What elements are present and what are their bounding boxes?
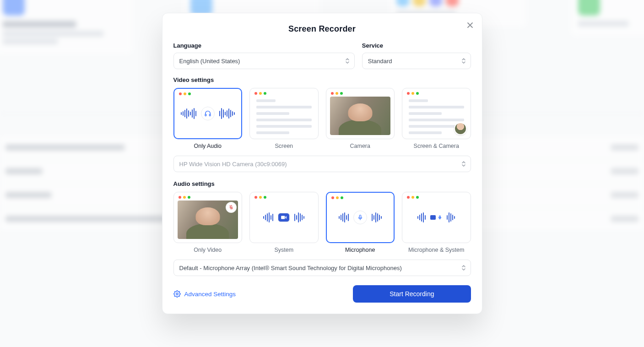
video-option-screen[interactable]: Screen: [249, 88, 319, 149]
video-option-caption: Camera: [326, 143, 395, 149]
person-photo: [330, 97, 391, 135]
video-option-camera[interactable]: Camera: [326, 88, 395, 149]
video-option-caption: Screen: [249, 143, 319, 149]
video-option-only-audio[interactable]: Only Audio: [173, 88, 243, 149]
advanced-settings-label: Advanced Settings: [184, 291, 236, 298]
service-value: Standard: [368, 58, 392, 65]
video-options: Only Audio Screen Camera: [173, 88, 471, 149]
close-icon: [467, 22, 473, 28]
window-dots-icon: [254, 196, 266, 199]
language-select[interactable]: English (United States): [173, 53, 355, 69]
video-option-screen-camera[interactable]: Screen & Camera: [402, 88, 471, 149]
updown-icon: [461, 161, 466, 167]
updown-icon: [461, 265, 466, 271]
video-icon: [278, 213, 290, 222]
language-label: Language: [173, 42, 355, 49]
video-option-caption: Screen & Camera: [402, 143, 471, 149]
window-dots-icon: [407, 196, 419, 199]
camera-thumbnail: [454, 122, 467, 135]
audio-option-only-video[interactable]: Only Video: [173, 192, 243, 253]
video-icon: [430, 215, 436, 220]
updown-icon: [461, 58, 466, 64]
modal-title: Screen Recorder: [173, 24, 471, 34]
advanced-settings-link[interactable]: Advanced Settings: [173, 290, 236, 298]
mic-muted-icon: [226, 202, 236, 212]
mic-device-value: Default - Microphone Array (Intel® Smart…: [179, 265, 402, 271]
audio-option-mic-system[interactable]: Microphone & System: [402, 192, 471, 253]
camera-device-select[interactable]: HP Wide Vision HD Camera (30c9:0069): [173, 156, 471, 172]
service-label: Service: [362, 42, 471, 49]
window-dots-icon: [331, 196, 343, 199]
window-dots-icon: [407, 92, 419, 95]
audio-option-caption: System: [249, 247, 319, 253]
audio-option-system[interactable]: System: [249, 192, 319, 253]
headphones-icon: [201, 107, 215, 120]
modal-backdrop: Screen Recorder Language English (United…: [0, 0, 644, 347]
svg-point-6: [176, 293, 178, 295]
audio-option-caption: Only Video: [173, 247, 243, 253]
microphone-icon: [353, 211, 367, 224]
gear-icon: [173, 290, 181, 298]
mic-device-select[interactable]: Default - Microphone Array (Intel® Smart…: [173, 260, 471, 276]
window-dots-icon: [179, 92, 191, 95]
window-dots-icon: [179, 196, 190, 199]
svg-rect-0: [205, 114, 206, 116]
microphone-icon: [438, 215, 442, 220]
audio-settings-label: Audio settings: [173, 180, 471, 187]
start-recording-button[interactable]: Start Recording: [353, 285, 471, 303]
audio-option-microphone[interactable]: Microphone: [326, 192, 395, 253]
service-select[interactable]: Standard: [362, 53, 471, 69]
svg-rect-4: [359, 215, 361, 218]
window-dots-icon: [254, 92, 266, 95]
updown-icon: [345, 58, 350, 64]
close-button[interactable]: [465, 20, 476, 31]
language-value: English (United States): [179, 58, 240, 65]
camera-device-value: HP Wide Vision HD Camera (30c9:0069): [179, 161, 287, 168]
svg-rect-1: [209, 114, 211, 116]
screen-recorder-modal: Screen Recorder Language English (United…: [162, 13, 482, 314]
svg-rect-3: [281, 216, 285, 219]
audio-option-caption: Microphone & System: [402, 247, 471, 253]
window-dots-icon: [331, 92, 343, 95]
video-option-caption: Only Audio: [173, 143, 243, 149]
video-settings-label: Video settings: [173, 76, 471, 83]
audio-options: Only Video System: [173, 192, 471, 253]
svg-rect-5: [439, 216, 441, 218]
audio-option-caption: Microphone: [326, 247, 395, 253]
